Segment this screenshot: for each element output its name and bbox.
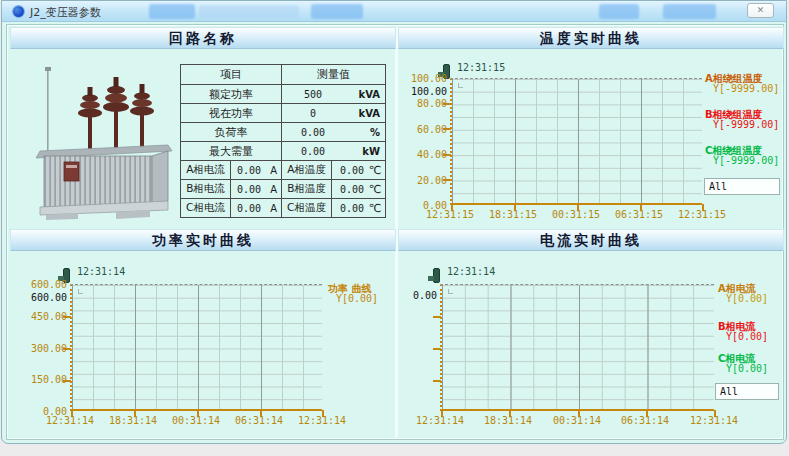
x-tick-label: 18:31:14 <box>484 415 532 426</box>
table-phase-row: B相电流 0.00A B相温度 0.00℃ <box>181 179 385 198</box>
y-tick-label: 80.00 <box>398 98 447 109</box>
x-tick-label: 06:31:14 <box>621 415 669 426</box>
row-value: 0.00 <box>282 127 344 138</box>
x-tick-label: 12:31:14 <box>416 415 464 426</box>
y-tick-label: 60.00 <box>398 124 447 135</box>
legend-power-value: Y[0.00] <box>336 293 378 304</box>
power-chart: 12:31:14 600.00 600.00 450.00 300.00 150… <box>10 253 397 433</box>
titlebar-button-blurred-3[interactable] <box>599 4 639 19</box>
row-value-cell: 0.00 kW <box>281 142 385 160</box>
row-value: 0.00 <box>282 146 344 157</box>
table-row: 最大需量 0.00 kW <box>181 141 385 160</box>
y-tick-label: 40.00 <box>398 149 447 160</box>
x-tick-label: 12:31:15 <box>426 209 474 220</box>
cursor-value-label: 100.00 <box>398 86 447 97</box>
phase-current-cell: 0.00A <box>230 180 281 198</box>
transformer-antenna <box>47 69 49 153</box>
titlebar-button-blurred-4[interactable] <box>663 4 716 19</box>
phase-temp-label: A相温度 <box>281 161 331 179</box>
x-tick-label: 12:31:14 <box>690 415 738 426</box>
transformer-photo <box>16 55 178 220</box>
x-tick-label: 18:31:15 <box>489 209 537 220</box>
panel-header-temperature: 温度实时曲线 <box>398 27 784 49</box>
y-tick-label: 20.00 <box>398 175 447 186</box>
cursor-time-label: 12:31:14 <box>77 266 125 277</box>
x-tick-label: 18:31:14 <box>109 415 157 426</box>
row-unit: kW <box>362 146 380 157</box>
phase-temp-cell: 0.00℃ <box>331 161 385 179</box>
x-tick-label: 12:31:14 <box>46 415 94 426</box>
row-label: 负荷率 <box>181 123 281 141</box>
titlebar: J2_变压器参数 ✕ <box>2 1 786 22</box>
legend-series-c-value: Y[0.00] <box>726 363 768 374</box>
transformer-bushings <box>78 77 154 149</box>
panel-header-current: 电流实时曲线 <box>398 229 784 251</box>
legend-series-a-value: Y[-9999.00] <box>713 83 779 94</box>
panel-header-circuit: 回路名称 <box>10 27 396 49</box>
transformer-body <box>44 156 152 207</box>
phase-temp-cell: 0.00℃ <box>331 199 385 217</box>
row-label: 额定功率 <box>181 85 281 103</box>
table-row: 额定功率 500 kVA <box>181 84 385 103</box>
legend-series-c-value: Y[-9999.00] <box>713 155 779 166</box>
phase-temp-label: B相温度 <box>281 180 331 198</box>
titlebar-button-blurred-1[interactable] <box>149 4 195 19</box>
x-tick-label: 00:31:14 <box>172 415 220 426</box>
measurement-table: 项目 测量值 额定功率 500 kVA 视在功率 0 kVA 负荷率 0.00 … <box>180 64 386 218</box>
phase-current-label: C相电流 <box>181 199 230 217</box>
y-tick-label: 300.00 <box>10 343 67 354</box>
transformer-nameplate <box>64 162 79 181</box>
row-value: 0 <box>282 108 344 119</box>
x-tick-label: 00:31:15 <box>552 209 600 220</box>
col-header-value: 测量值 <box>281 65 385 84</box>
table-row: 负荷率 0.00 % <box>181 122 385 141</box>
cursor-value-label: 0.00 <box>398 290 437 301</box>
row-unit: kVA <box>359 108 380 119</box>
window-title: J2_变压器参数 <box>30 5 101 20</box>
phase-temp-label: C相温度 <box>281 199 331 217</box>
table-phase-row: A相电流 0.00A A相温度 0.00℃ <box>181 160 385 179</box>
x-tick-label: 06:31:14 <box>235 415 283 426</box>
temperature-plot-area <box>450 78 702 205</box>
app-window: J2_变压器参数 ✕ 回路名称 温度实时曲线 功率实时曲线 电流实时曲线 <box>1 0 787 444</box>
titlebar-toolbar-blurred <box>199 5 299 18</box>
panel-header-power: 功率实时曲线 <box>10 229 396 251</box>
current-chart: 12:31:14 0.00 12:31:14 18:31:14 00:31:14… <box>398 253 784 433</box>
legend-series-b-value: Y[-9999.00] <box>713 119 779 130</box>
phase-current-cell: 0.00A <box>230 161 281 179</box>
x-tick-label: 12:31:15 <box>678 209 726 220</box>
cursor-marker-icon[interactable] <box>433 268 440 283</box>
table-phase-row: C相电流 0.00A C相温度 0.00℃ <box>181 198 385 217</box>
row-value-cell: 500 kVA <box>281 85 385 103</box>
phase-current-label: B相电流 <box>181 180 230 198</box>
legend-all-selector[interactable]: All <box>715 383 779 400</box>
power-plot-area <box>70 284 322 411</box>
phase-current-label: A相电流 <box>181 161 230 179</box>
app-icon <box>13 6 24 17</box>
x-tick-label: 12:31:14 <box>298 415 346 426</box>
phase-current-cell: 0.00A <box>230 199 281 217</box>
cursor-value-label: 600.00 <box>10 292 67 303</box>
legend-series-b-value: Y[0.00] <box>726 331 768 342</box>
current-plot-area <box>440 284 714 411</box>
y-tick-label: 150.00 <box>10 374 67 385</box>
titlebar-button-blurred-2[interactable] <box>311 4 363 19</box>
col-header-item: 项目 <box>181 65 281 84</box>
close-icon[interactable]: ✕ <box>747 3 774 18</box>
row-value-cell: 0.00 % <box>281 123 385 141</box>
y-tick-label: 100.00 <box>398 73 447 84</box>
table-row: 视在功率 0 kVA <box>181 103 385 122</box>
row-label: 视在功率 <box>181 104 281 122</box>
row-unit: % <box>370 127 380 138</box>
legend-all-selector[interactable]: All <box>704 178 780 195</box>
x-tick-label: 06:31:15 <box>615 209 663 220</box>
cursor-time-label: 12:31:14 <box>447 266 495 277</box>
table-header-row: 项目 测量值 <box>181 65 385 84</box>
row-unit: kVA <box>359 89 380 100</box>
x-tick-label: 00:31:14 <box>553 415 601 426</box>
row-label: 最大需量 <box>181 142 281 160</box>
phase-temp-cell: 0.00℃ <box>331 180 385 198</box>
temperature-chart: 12:31:15 100.00 100.00 80.00 60.00 40.00… <box>398 51 784 227</box>
cursor-time-label: 12:31:15 <box>457 62 505 73</box>
row-value-cell: 0 kVA <box>281 104 385 122</box>
